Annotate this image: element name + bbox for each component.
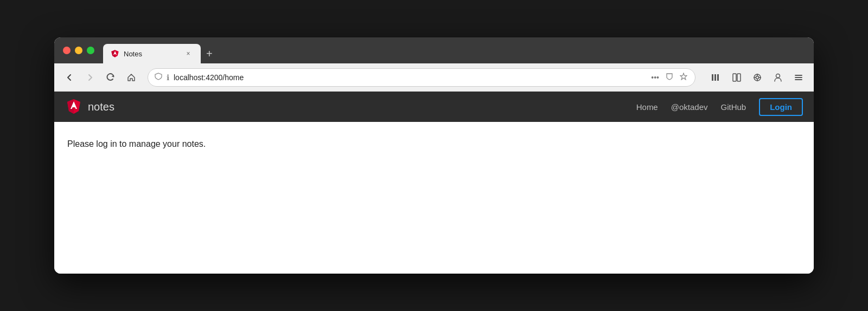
svg-rect-6 — [712, 74, 713, 81]
browser-window: Notes × + — [54, 37, 814, 274]
svg-point-12 — [756, 76, 759, 79]
welcome-message: Please log in to manage your notes. — [67, 139, 801, 149]
app-navbar: notes Home @oktadev GitHub Login — [54, 92, 814, 122]
browser-toolbar: ℹ ••• — [54, 63, 814, 92]
address-bar[interactable]: ℹ ••• — [148, 68, 695, 87]
minimize-window-button[interactable] — [75, 47, 82, 54]
account-button[interactable] — [769, 69, 787, 86]
maximize-window-button[interactable] — [87, 47, 94, 54]
close-tab-button[interactable]: × — [183, 49, 193, 59]
svg-rect-9 — [733, 74, 736, 81]
more-button[interactable]: ••• — [650, 72, 660, 83]
sync-button[interactable] — [749, 69, 766, 86]
svg-point-17 — [776, 74, 780, 77]
security-shield-icon — [155, 73, 162, 80]
address-input[interactable] — [174, 73, 646, 82]
pocket-icon — [666, 73, 673, 80]
collections-button[interactable] — [707, 69, 725, 86]
nav-okta-link[interactable]: @oktadev — [671, 102, 708, 112]
forward-button[interactable] — [81, 69, 99, 86]
tabs-bar: Notes × + — [103, 37, 805, 63]
home-icon — [127, 73, 136, 82]
info-icon: ℹ — [167, 73, 169, 82]
nav-github-link[interactable]: GitHub — [720, 102, 746, 112]
active-tab[interactable]: Notes × — [103, 44, 201, 63]
svg-rect-8 — [717, 74, 719, 81]
sync-icon — [753, 73, 762, 82]
reader-view-button[interactable] — [728, 69, 745, 86]
bookmark-star-icon — [680, 73, 687, 80]
app-title: notes — [88, 101, 114, 113]
angular-favicon-icon — [111, 49, 119, 58]
app-angular-logo — [65, 98, 82, 115]
home-button[interactable] — [123, 69, 140, 86]
forward-icon — [86, 73, 94, 82]
pocket-button[interactable] — [665, 72, 674, 83]
shield-icon — [155, 73, 162, 82]
back-icon — [65, 73, 74, 82]
back-button[interactable] — [61, 69, 78, 86]
window-controls — [63, 47, 94, 54]
app-brand: notes — [65, 98, 636, 115]
reload-button[interactable] — [102, 69, 119, 86]
app-nav-links: Home @oktadev GitHub Login — [636, 98, 803, 116]
menu-icon — [794, 73, 803, 82]
title-bar: Notes × + — [54, 37, 814, 63]
svg-rect-10 — [737, 74, 741, 81]
toolbar-right-icons — [707, 69, 807, 86]
nav-home-link[interactable]: Home — [636, 102, 658, 112]
reader-icon — [732, 73, 741, 82]
svg-rect-7 — [714, 74, 716, 81]
svg-marker-4 — [112, 75, 114, 77]
close-window-button[interactable] — [63, 47, 71, 54]
bookmark-button[interactable] — [679, 72, 688, 83]
app-content: Please log in to manage your notes. — [54, 122, 814, 274]
address-bar-actions: ••• — [650, 72, 688, 83]
menu-button[interactable] — [790, 69, 807, 86]
tab-favicon — [111, 49, 119, 58]
reload-icon — [106, 73, 115, 82]
new-tab-button[interactable]: + — [201, 44, 218, 63]
login-button[interactable]: Login — [759, 98, 803, 116]
tab-title-text: Notes — [124, 50, 179, 58]
account-icon — [774, 73, 782, 82]
collections-icon — [711, 73, 721, 82]
svg-marker-5 — [680, 73, 687, 80]
